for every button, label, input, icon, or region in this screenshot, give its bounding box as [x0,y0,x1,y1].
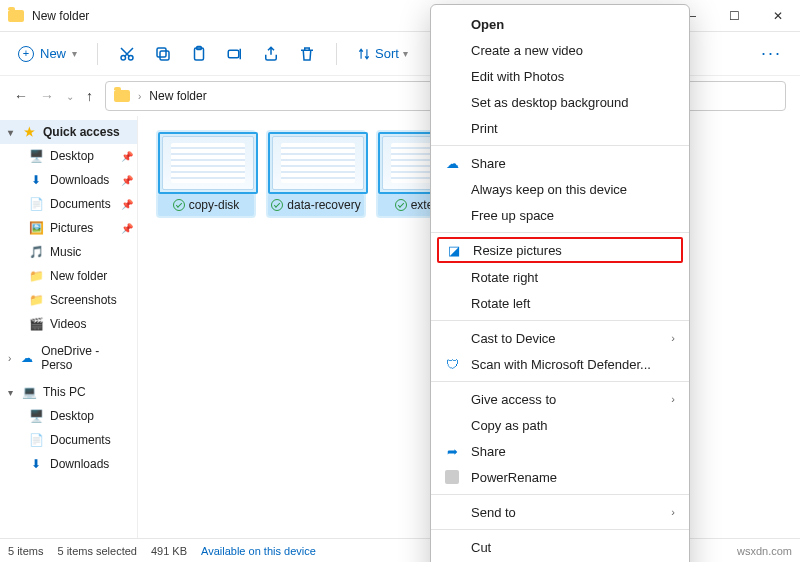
menu-edit-photos[interactable]: Edit with Photos [431,63,689,89]
menu-copy-path[interactable]: Copy as path [431,412,689,438]
menu-share[interactable]: ☁Share [431,150,689,176]
shield-icon: 🛡 [443,357,461,372]
share-icon: ➦ [443,444,461,459]
cut-icon[interactable] [118,45,136,63]
menu-set-bg[interactable]: Set as desktop background [431,89,689,115]
sidebar-thispc[interactable]: ▾💻This PC [0,380,137,404]
menu-open[interactable]: Open [431,11,689,37]
desktop-icon: 🖥️ [28,148,44,164]
menu-separator [431,232,689,233]
nav-up[interactable]: ↑ [86,88,93,104]
sidebar-quick-access[interactable]: ▾ ★ Quick access [0,120,137,144]
menu-always-keep[interactable]: Always keep on this device [431,176,689,202]
sort-label: Sort [375,46,399,61]
chevron-right-icon: › [671,393,675,405]
nav-recent[interactable]: ⌄ [66,91,74,102]
sidebar-item-documents[interactable]: 📄Documents📌 [0,192,137,216]
folder-icon: 📁 [28,292,44,308]
sort-button[interactable]: Sort ▾ [357,46,408,61]
watermark: wsxdn.com [737,545,792,557]
pin-icon: 📌 [121,199,133,210]
file-name: data-recovery [287,198,360,212]
menu-send-to[interactable]: Send to› [431,499,689,525]
resize-icon: ◪ [445,243,463,258]
menu-resize-pictures[interactable]: ◪Resize pictures [437,237,683,263]
sidebar-item-screenshots[interactable]: 📁Screenshots [0,288,137,312]
menu-separator [431,145,689,146]
folder-icon: 📁 [28,268,44,284]
sidebar-pc-documents[interactable]: 📄Documents [0,428,137,452]
delete-icon[interactable] [298,45,316,63]
status-selected: 5 items selected [57,545,136,557]
thumbnail [272,136,364,190]
sidebar-item-pictures[interactable]: 🖼️Pictures📌 [0,216,137,240]
menu-powerrename[interactable]: PowerRename [431,464,689,490]
chevron-down-icon: ▾ [8,127,13,138]
chevron-down-icon: ▾ [403,48,408,59]
sidebar-item-newfolder[interactable]: 📁New folder [0,264,137,288]
sidebar-pc-desktop[interactable]: 🖥️Desktop [0,404,137,428]
nav-back[interactable]: ← [14,88,28,104]
cloud-icon: ☁ [19,350,35,366]
paste-icon[interactable] [190,45,208,63]
sidebar: ▾ ★ Quick access 🖥️Desktop📌 ⬇Downloads📌 … [0,116,138,538]
pin-icon: 📌 [121,223,133,234]
menu-rotate-left[interactable]: Rotate left [431,290,689,316]
window-title: New folder [32,9,89,23]
rename-icon[interactable] [226,45,244,63]
sort-icon [357,47,371,61]
file-item[interactable]: copy-disk [156,130,256,218]
cloud-icon: ☁ [443,156,461,171]
menu-rotate-right[interactable]: Rotate right [431,264,689,290]
menu-create-video[interactable]: Create a new video [431,37,689,63]
svg-rect-3 [157,48,166,57]
pictures-icon: 🖼️ [28,220,44,236]
documents-icon: 📄 [28,432,44,448]
qa-label: Quick access [43,125,120,139]
copy-icon[interactable] [154,45,172,63]
sidebar-onedrive[interactable]: ›☁OneDrive - Perso [0,346,137,370]
music-icon: 🎵 [28,244,44,260]
downloads-icon: ⬇ [28,456,44,472]
menu-free-up[interactable]: Free up space [431,202,689,228]
pin-icon: 📌 [121,151,133,162]
sync-check-icon [271,199,283,211]
status-count: 5 items [8,545,43,557]
menu-cut[interactable]: Cut [431,534,689,560]
file-item[interactable]: data-recovery [266,130,366,218]
sidebar-item-music[interactable]: 🎵Music [0,240,137,264]
pin-icon: 📌 [121,175,133,186]
share-icon[interactable] [262,45,280,63]
sidebar-pc-downloads[interactable]: ⬇Downloads [0,452,137,476]
chevron-down-icon: ▾ [8,387,13,398]
desktop-icon: 🖥️ [28,408,44,424]
status-size: 491 KB [151,545,187,557]
maximize-button[interactable]: ☐ [712,0,756,32]
chevron-right-icon: › [671,332,675,344]
menu-separator [431,320,689,321]
nav-forward[interactable]: → [40,88,54,104]
more-button[interactable]: ··· [761,43,782,64]
sync-check-icon [395,199,407,211]
sidebar-item-desktop[interactable]: 🖥️Desktop📌 [0,144,137,168]
pc-icon: 💻 [21,384,37,400]
folder-icon [114,90,130,102]
menu-share2[interactable]: ➦Share [431,438,689,464]
folder-icon [8,10,24,22]
documents-icon: 📄 [28,196,44,212]
separator [97,43,98,65]
menu-scan[interactable]: 🛡Scan with Microsoft Defender... [431,351,689,377]
chevron-down-icon: ▾ [72,48,77,59]
menu-print[interactable]: Print [431,115,689,141]
chevron-right-icon: › [138,91,141,102]
svg-rect-6 [228,50,239,58]
plus-icon: + [18,46,34,62]
sync-check-icon [173,199,185,211]
menu-cast[interactable]: Cast to Device› [431,325,689,351]
sidebar-item-downloads[interactable]: ⬇Downloads📌 [0,168,137,192]
menu-give-access[interactable]: Give access to› [431,386,689,412]
videos-icon: 🎬 [28,316,44,332]
new-button[interactable]: + New ▾ [18,46,77,62]
sidebar-item-videos[interactable]: 🎬Videos [0,312,137,336]
close-button[interactable]: ✕ [756,0,800,32]
